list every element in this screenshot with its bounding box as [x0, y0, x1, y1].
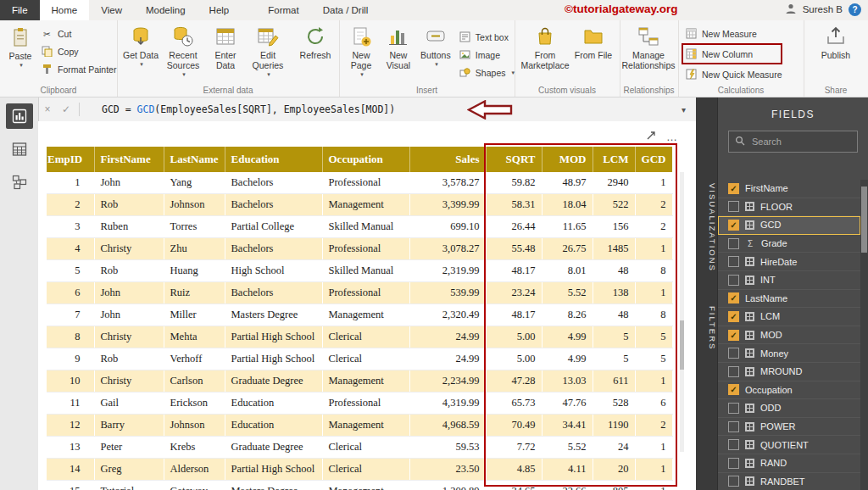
field-checkbox[interactable] — [728, 201, 739, 212]
field-checkbox[interactable]: ✓ — [728, 292, 739, 303]
field-item-gcd[interactable]: ✓GCD — [718, 216, 860, 235]
tab-home[interactable]: Home — [40, 0, 90, 20]
data-view-button[interactable] — [6, 136, 33, 162]
field-item-int[interactable]: INT — [718, 271, 860, 290]
model-view-button[interactable] — [6, 170, 33, 195]
buttons-button[interactable]: Buttons▾ — [416, 24, 455, 81]
tab-data-drill[interactable]: Data / Drill — [311, 0, 381, 20]
column-header[interactable]: EmpID — [47, 147, 94, 172]
formula-bar[interactable]: × ✓ GCD = GCD(EmployeeSales[SQRT], Emplo… — [38, 97, 696, 122]
table-cell: 2 — [635, 194, 672, 216]
text-box-button[interactable]: Text box — [455, 28, 515, 46]
field-item-odd[interactable]: ODD — [718, 399, 860, 418]
enter-data-button[interactable]: Enter Data — [204, 24, 247, 77]
report-view-button[interactable] — [6, 103, 33, 129]
manage-relationships-button[interactable]: Manage Relationships — [622, 24, 675, 71]
table-scrollbar[interactable] — [680, 172, 684, 452]
recent-sources-button[interactable]: Recent Sources▾ — [162, 24, 204, 77]
field-checkbox[interactable]: ✓ — [728, 384, 739, 395]
column-header[interactable]: FirstName — [94, 147, 164, 172]
image-button[interactable]: Image — [455, 46, 515, 64]
format-painter-button[interactable]: Format Painter — [37, 60, 116, 78]
copy-button[interactable]: Copy — [37, 42, 116, 60]
cancel-icon[interactable]: × — [38, 103, 57, 115]
new-page-button[interactable]: New Page▾ — [342, 24, 381, 81]
get-data-icon — [129, 25, 153, 48]
field-checkbox[interactable] — [728, 403, 739, 414]
field-item-quotient[interactable]: QUOTIENT — [718, 436, 860, 454]
field-item-firstname[interactable]: ✓FirstName — [718, 180, 860, 198]
table-cell: Professional — [322, 172, 409, 194]
focus-mode-icon[interactable] — [646, 131, 656, 143]
shapes-button[interactable]: Shapes▾ — [455, 64, 515, 81]
field-item-mround[interactable]: MROUND — [718, 363, 860, 381]
column-header[interactable]: GCD — [635, 147, 672, 172]
publish-button[interactable]: Publish — [815, 24, 857, 61]
field-checkbox[interactable] — [728, 421, 739, 432]
column-header[interactable]: MOD — [542, 147, 593, 172]
field-item-lcm[interactable]: ✓LCM — [718, 308, 860, 326]
commit-icon[interactable]: ✓ — [57, 103, 75, 115]
paste-button[interactable]: Paste ▾ — [5, 25, 36, 69]
table-scrollbar-thumb[interactable] — [680, 320, 684, 370]
tab-file[interactable]: File — [0, 0, 40, 20]
column-header[interactable]: Sales — [409, 147, 486, 172]
table-cell: John — [94, 282, 164, 304]
field-item-lastname[interactable]: ✓LastName — [718, 290, 860, 309]
field-checkbox[interactable] — [728, 256, 739, 267]
refresh-button[interactable]: Refresh — [294, 24, 337, 77]
get-data-button[interactable]: Get Data▾ — [120, 24, 162, 77]
new-quick-measure-button[interactable]: New Quick Measure — [682, 65, 782, 83]
column-header[interactable]: SQRT — [486, 147, 542, 172]
table-cell: Bachelors — [225, 282, 322, 304]
help-icon[interactable]: ? — [849, 3, 861, 16]
new-measure-button[interactable]: New Measure — [682, 25, 782, 42]
field-checkbox[interactable] — [728, 458, 739, 469]
user-name[interactable]: Suresh B — [803, 4, 843, 14]
field-checkbox[interactable] — [728, 476, 739, 487]
field-item-rand[interactable]: RAND — [718, 454, 860, 473]
new-column-button[interactable]: New Column — [682, 43, 782, 64]
field-checkbox[interactable]: ✓ — [728, 330, 739, 341]
field-checkbox[interactable]: ✓ — [728, 183, 739, 194]
field-item-mod[interactable]: ✓MOD — [718, 326, 860, 345]
field-item-hiredate[interactable]: HireDate — [718, 253, 860, 271]
tab-view[interactable]: View — [89, 0, 134, 20]
field-item-grade[interactable]: ΣGrade — [718, 235, 860, 253]
column-header[interactable]: Occupation — [322, 147, 409, 172]
column-header[interactable]: LCM — [593, 147, 635, 172]
formula-text[interactable]: GCD = GCD(EmployeeSales[SQRT], EmployeeS… — [102, 103, 395, 115]
field-item-randbet[interactable]: RANDBET — [718, 473, 860, 490]
field-checkbox[interactable] — [728, 439, 739, 450]
new-quick-measure-icon — [685, 69, 698, 81]
new-visual-button[interactable]: New Visual — [381, 24, 416, 81]
field-item-power[interactable]: POWER — [718, 418, 860, 437]
tab-help[interactable]: Help — [198, 0, 242, 20]
fields-scrollbar[interactable] — [860, 180, 868, 490]
field-checkbox[interactable] — [728, 348, 739, 359]
cut-button[interactable]: ✂Cut — [37, 25, 116, 42]
table-visual[interactable]: EmpIDFirstNameLastNameEducationOccupatio… — [47, 147, 673, 490]
tab-format[interactable]: Format — [256, 0, 310, 20]
tab-modeling[interactable]: Modeling — [134, 0, 198, 20]
field-item-floor[interactable]: FLOOR — [718, 198, 860, 217]
column-header[interactable]: LastName — [164, 147, 225, 172]
field-item-occupation[interactable]: ✓Occupation — [718, 381, 860, 400]
more-options-icon[interactable]: … — [666, 131, 677, 143]
field-checkbox[interactable] — [728, 366, 739, 377]
tab-visualizations[interactable]: VISUALIZATIONS — [696, 164, 717, 291]
formula-bar-expand-icon[interactable]: ▾ — [682, 105, 686, 114]
from-marketplace-button[interactable]: From Marketplace — [517, 24, 573, 71]
field-checkbox[interactable]: ✓ — [728, 220, 739, 231]
fields-scrollbar-thumb[interactable] — [861, 187, 867, 253]
field-item-money[interactable]: Money — [718, 344, 860, 363]
field-checkbox[interactable]: ✓ — [728, 311, 739, 322]
field-checkbox[interactable] — [728, 275, 739, 286]
edit-queries-button[interactable]: Edit Queries▾ — [247, 24, 289, 77]
field-checkbox[interactable] — [728, 238, 739, 249]
column-header[interactable]: Education — [225, 147, 322, 172]
fields-search[interactable] — [728, 131, 858, 153]
search-input[interactable] — [750, 136, 847, 148]
from-file-button[interactable]: From File — [573, 24, 614, 71]
tab-filters[interactable]: FILTERS — [696, 303, 717, 354]
